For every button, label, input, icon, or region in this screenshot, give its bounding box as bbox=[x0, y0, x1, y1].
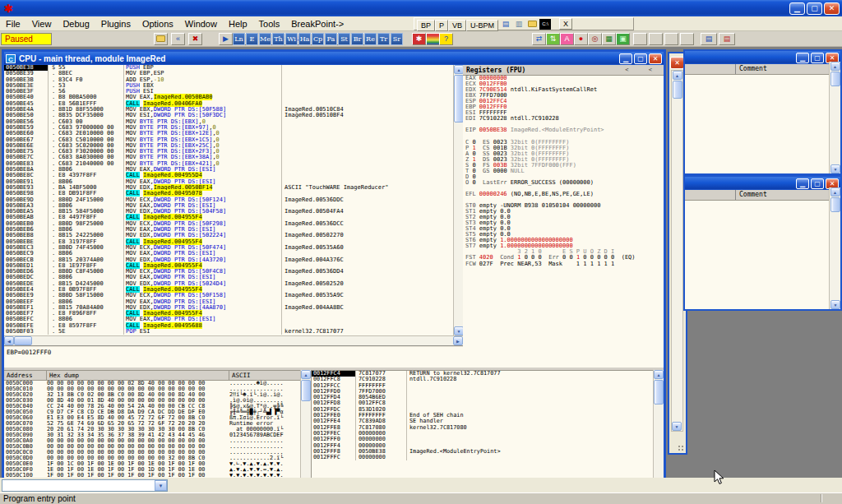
cpu-window-titlebar[interactable]: C CPU - main thread, module ImageRed ▁ ▢… bbox=[4, 52, 664, 65]
scroll-thumb[interactable] bbox=[673, 81, 682, 99]
scroll-up-icon[interactable]: ▲ bbox=[830, 187, 840, 197]
patches-icon[interactable]: ▦ bbox=[602, 33, 616, 45]
comment-scrollbar[interactable]: ▲ ▼ bbox=[829, 62, 840, 173]
plugin-button-u-bpm[interactable]: U-BPM bbox=[466, 20, 498, 31]
maximize-button[interactable]: ▢ bbox=[811, 178, 824, 189]
blank-button-1[interactable] bbox=[633, 33, 647, 45]
registers-pane[interactable]: Registers (FPU) < < EAX 00000000ECX 0012… bbox=[463, 65, 664, 368]
watches-icon[interactable]: ▣ bbox=[616, 33, 630, 45]
plugin-button-bp[interactable]: BP bbox=[417, 20, 435, 31]
menu-item-debug[interactable]: Debug bbox=[57, 17, 95, 30]
comment-window-2-titlebar[interactable]: ▁ ▢ ✕ bbox=[685, 177, 840, 190]
folder-icon[interactable] bbox=[526, 19, 538, 30]
window-button-tr[interactable]: Tr bbox=[377, 33, 390, 45]
console-icon[interactable]: C:\ bbox=[539, 19, 551, 30]
cpu-close-button[interactable]: ✕ bbox=[649, 53, 662, 64]
restart-icon[interactable]: « bbox=[171, 33, 185, 45]
menu-item-tools[interactable]: Tools bbox=[253, 17, 286, 30]
scroll-thumb[interactable] bbox=[654, 380, 664, 405]
menu-item-options[interactable]: Options bbox=[136, 17, 179, 30]
disasm-row[interactable]: 0050BE3B.83C4 F0ADD ESP,-10 bbox=[4, 77, 453, 83]
disassembly-scrollbar[interactable]: ▲ ▼ bbox=[453, 65, 463, 335]
scroll-up-icon[interactable]: ▲ bbox=[654, 370, 664, 379]
scroll-thumb[interactable] bbox=[830, 197, 840, 212]
menu-item-plugins[interactable]: Plugins bbox=[95, 17, 136, 30]
stack-row[interactable]: 0012FFFC00000000 bbox=[312, 455, 664, 460]
doc-icon[interactable]: ▥ bbox=[513, 19, 525, 30]
window-button-ln[interactable]: Ln bbox=[233, 33, 245, 45]
assembler-icon[interactable]: A bbox=[560, 33, 574, 45]
scroll-up-icon[interactable]: ▲ bbox=[301, 370, 311, 379]
help-icon[interactable]: ? bbox=[439, 33, 453, 45]
disasm-row[interactable]: 0050BEFE.E8 8597F8FFCALL ImageRed.004956… bbox=[4, 323, 453, 329]
menu-item-breakpoint[interactable]: BreakPoint-> bbox=[285, 17, 349, 30]
stack-pane[interactable]: 0012FFC47C817077RETURN to kernel32.7C817… bbox=[311, 370, 664, 478]
scroll-up-icon[interactable]: ▲ bbox=[830, 62, 840, 71]
disassembly-pane[interactable]: 0050BE38$55PUSH EBP0050BE39.8BECMOV EBP,… bbox=[4, 65, 453, 335]
options-gear-icon[interactable]: ✱ bbox=[412, 33, 426, 45]
scroll-thumb[interactable] bbox=[830, 72, 840, 86]
notepad-icon[interactable]: ▤ bbox=[500, 19, 511, 30]
narrow-window-close-icon[interactable]: ✕ bbox=[670, 57, 684, 69]
updown-icon[interactable]: ⇅ bbox=[546, 33, 560, 45]
window-button-sr[interactable]: Sr bbox=[391, 33, 403, 45]
register-line[interactable]: EDI 7C910228 ntdll.7C910228 bbox=[463, 116, 664, 122]
run-icon[interactable]: ▶ bbox=[219, 33, 233, 45]
hscroll-thumb[interactable] bbox=[14, 336, 32, 345]
window-button-e[interactable]: E bbox=[246, 33, 258, 45]
disassembly-hscrollbar[interactable]: ◀ ▶ bbox=[4, 335, 463, 345]
narrow-window-scrollbar[interactable]: ▲ ▼ bbox=[671, 70, 683, 432]
scroll-right-icon[interactable]: ▶ bbox=[453, 336, 463, 345]
blank-button-2[interactable] bbox=[649, 33, 663, 45]
close-program-icon[interactable]: ✖ bbox=[188, 33, 202, 45]
minimize-button[interactable]: ▁ bbox=[789, 2, 805, 15]
window-button-ha[interactable]: Ha bbox=[298, 33, 311, 45]
scroll-left-icon[interactable]: ◀ bbox=[4, 336, 14, 345]
comment-scrollbar[interactable]: ▲ ▼ bbox=[829, 187, 840, 309]
dump-pane[interactable]: Address Hex dump ASCII 0050C00000 00 00 … bbox=[4, 370, 311, 478]
register-line[interactable]: EIP 0050BE38 ImageRed.<ModuleEntryPoint> bbox=[463, 127, 664, 133]
spiral-icon[interactable]: ◎ bbox=[588, 33, 602, 45]
register-line[interactable]: O 0 LastErr ERROR_SUCCESS (00000000) bbox=[463, 180, 664, 186]
window-button-cp[interactable]: Cp bbox=[312, 33, 324, 45]
maximize-button[interactable]: ▢ bbox=[811, 53, 824, 63]
menu-item-window[interactable]: Window bbox=[179, 17, 223, 30]
log-window-icon[interactable]: ▤ bbox=[701, 33, 717, 45]
window-button-pa[interactable]: Pa bbox=[325, 33, 337, 45]
window-button-wi[interactable]: Wi bbox=[285, 33, 298, 45]
scroll-down-icon[interactable]: ▼ bbox=[672, 422, 682, 431]
breakpoint-red-icon[interactable]: ● bbox=[574, 33, 588, 45]
cpu-minimize-button[interactable]: ▁ bbox=[619, 53, 632, 64]
scroll-up-icon[interactable]: ▲ bbox=[673, 71, 682, 80]
info-pane[interactable]: EBP=0012FFF0 bbox=[4, 345, 463, 368]
scroll-thumb[interactable] bbox=[301, 380, 311, 401]
minimize-button[interactable]: ▁ bbox=[796, 53, 809, 63]
menu-item-file[interactable]: File bbox=[0, 17, 26, 30]
register-line[interactable]: EFL 00000246 (NO,NB,E,BE,NS,PE,GE,LE) bbox=[463, 192, 664, 197]
comment-window-1-titlebar[interactable]: ▁ ▢ ✕ bbox=[685, 51, 840, 64]
dump-scrollbar[interactable]: ▲ bbox=[300, 370, 311, 478]
window-button-th[interactable]: Th bbox=[272, 33, 285, 45]
menu-item-view[interactable]: View bbox=[26, 17, 58, 30]
registers-header-angles[interactable]: < < bbox=[625, 67, 660, 73]
cpu-maximize-button[interactable]: ▢ bbox=[634, 53, 647, 64]
comment-list[interactable] bbox=[685, 201, 840, 309]
chevron-down-icon[interactable]: ▼ bbox=[155, 480, 167, 491]
minimize-button[interactable]: ▁ bbox=[796, 178, 809, 189]
command-input[interactable] bbox=[2, 480, 155, 491]
stack-scrollbar[interactable]: ▲ bbox=[653, 370, 664, 478]
report-window-icon[interactable]: ▤ bbox=[719, 33, 735, 45]
plugin-button-p[interactable]: P bbox=[435, 20, 448, 31]
disasm-row[interactable]: 0050BE3E.53PUSH EBX bbox=[4, 83, 453, 89]
close-button[interactable]: ✕ bbox=[824, 2, 840, 15]
plugin-close-button[interactable]: X bbox=[559, 18, 572, 30]
window-button-re[interactable]: Re bbox=[364, 33, 377, 45]
comment-list[interactable] bbox=[685, 75, 840, 173]
blank-button-3[interactable] bbox=[664, 33, 678, 45]
command-combobox[interactable]: ▼ bbox=[2, 479, 168, 492]
window-button-br[interactable]: Br bbox=[351, 33, 363, 45]
window-button-st[interactable]: St bbox=[338, 33, 350, 45]
register-line[interactable]: FCW 027F Prec NEAR,53 Mask 1 1 1 1 1 1 bbox=[463, 261, 664, 267]
maximize-button[interactable]: ▢ bbox=[807, 2, 822, 15]
blank-button-4[interactable] bbox=[680, 33, 694, 45]
